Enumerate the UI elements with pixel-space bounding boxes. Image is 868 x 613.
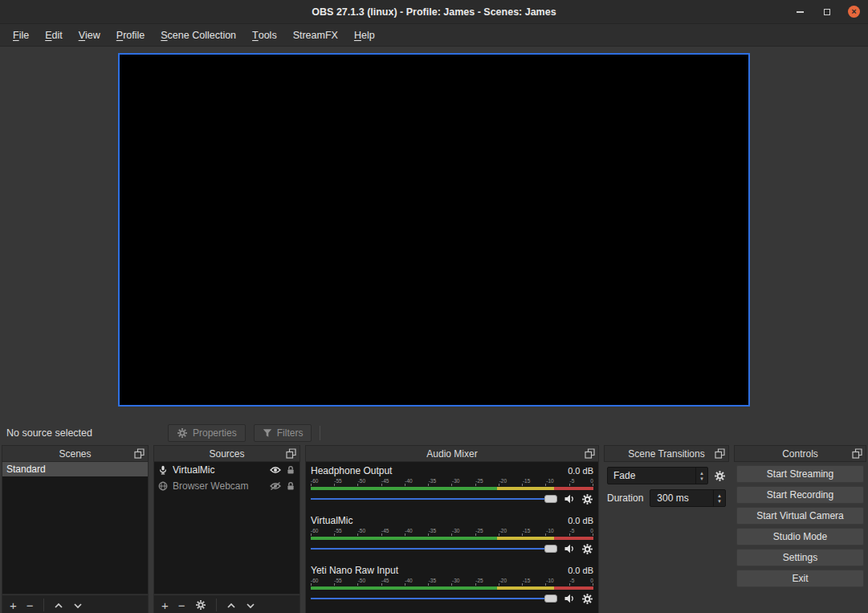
menu-streamfx[interactable]: StreamFX (285, 24, 346, 46)
properties-button[interactable]: Properties (168, 424, 246, 442)
channel-level: 0.0 dB (568, 516, 593, 525)
exit-button[interactable]: Exit (736, 570, 864, 587)
transition-properties-gear-icon[interactable] (714, 470, 726, 482)
popout-icon[interactable] (286, 448, 296, 459)
sources-dock-title: Sources (209, 448, 244, 460)
close-button[interactable]: × (848, 6, 860, 18)
db-tick-label: -5 (570, 578, 575, 583)
lock-icon[interactable] (286, 481, 295, 491)
transition-selected-value: Fade (613, 470, 695, 481)
menu-tools[interactable]: Tools (244, 24, 285, 46)
db-tick-label: -10 (546, 578, 553, 583)
scenes-dock-header: Scenes (2, 445, 149, 462)
menu-profile[interactable]: Profile (108, 24, 153, 46)
source-item-browser-webcam[interactable]: Browser Webcam (154, 478, 300, 494)
preview-canvas[interactable] (118, 53, 750, 407)
start-recording-button[interactable]: Start Recording (736, 486, 864, 504)
settings-button[interactable]: Settings (736, 549, 864, 566)
speaker-icon[interactable] (564, 493, 575, 505)
db-tick-label: -60 (311, 528, 318, 533)
scene-item-standard[interactable]: Standard (2, 462, 148, 476)
db-ruler (311, 533, 593, 536)
speaker-icon[interactable] (564, 543, 575, 554)
move-source-down-button[interactable] (246, 601, 255, 609)
popout-icon[interactable] (134, 448, 145, 459)
duration-spinbox[interactable]: 300 ms ▲ ▼ (650, 489, 726, 507)
slider-handle[interactable] (544, 495, 557, 503)
studio-mode-button[interactable]: Studio Mode (736, 528, 864, 546)
scene-transitions-dock-header: Scene Transitions (604, 445, 729, 462)
volume-slider[interactable] (311, 543, 557, 554)
mixer-channel-headphone-output: Headphone Output 0.0 dB -60-55-50-45-40-… (311, 465, 593, 505)
audio-mixer-dock-title: Audio Mixer (426, 448, 477, 460)
duration-label: Duration (607, 492, 643, 504)
db-tick-label: -25 (475, 578, 483, 583)
channel-gear-icon[interactable] (581, 543, 593, 555)
spin-up-icon: ▲ (717, 493, 722, 498)
move-source-up-button[interactable] (226, 601, 236, 609)
db-tick-label: -15 (523, 478, 530, 484)
sources-list: VirtualMic Browser Webcam (153, 462, 300, 595)
volume-slider[interactable] (311, 593, 557, 604)
popout-icon[interactable] (585, 448, 595, 459)
duration-value: 300 ms (657, 492, 713, 504)
visibility-eye-off-icon[interactable] (270, 482, 281, 490)
slider-track (311, 598, 557, 599)
popout-icon[interactable] (715, 448, 725, 459)
slider-handle[interactable] (544, 595, 557, 603)
menu-file[interactable]: File (5, 24, 37, 46)
visibility-eye-icon[interactable] (270, 466, 281, 474)
menubar: File Edit View Profile Scene Collection … (0, 24, 868, 47)
popout-icon[interactable] (852, 448, 862, 459)
db-tick-label: -10 (546, 478, 553, 484)
menu-edit[interactable]: Edit (37, 24, 71, 46)
start-virtual-camera-button[interactable]: Start Virtual Camera (736, 507, 864, 525)
menu-scene-collection[interactable]: Scene Collection (153, 24, 244, 46)
source-label: Browser Webcam (173, 480, 265, 492)
channel-gear-icon[interactable] (581, 593, 593, 605)
move-scene-down-button[interactable] (73, 601, 83, 609)
db-tick-label: -5 (570, 528, 575, 533)
volume-slider[interactable] (311, 493, 557, 505)
db-tick-label: -15 (523, 528, 530, 533)
filters-label: Filters (277, 427, 304, 439)
lock-icon[interactable] (286, 465, 295, 475)
channel-name: Headphone Output (311, 465, 568, 476)
maximize-button[interactable] (821, 6, 833, 18)
controls-dock-title: Controls (782, 448, 818, 460)
controls-body: Start Streaming Start Recording Start Vi… (734, 462, 866, 613)
toolbar-separator (43, 599, 44, 611)
window-title: OBS 27.1.3 (linux) - Profile: James - Sc… (0, 6, 868, 18)
transition-select-arrows[interactable]: ▲ ▼ (695, 468, 707, 484)
slider-handle[interactable] (544, 545, 557, 553)
add-source-button[interactable]: + (161, 599, 169, 611)
db-tick-label: 0 (590, 578, 593, 583)
properties-label: Properties (193, 427, 237, 439)
start-streaming-button[interactable]: Start Streaming (736, 465, 864, 483)
db-tick-label: -15 (523, 578, 530, 583)
source-label: VirtualMic (173, 464, 265, 476)
db-tick-label: -55 (334, 578, 341, 583)
db-tick-label: -50 (358, 578, 365, 583)
minimize-icon (797, 11, 804, 13)
remove-scene-button[interactable]: − (26, 599, 34, 611)
volume-meter (311, 586, 593, 590)
speaker-icon[interactable] (564, 593, 575, 604)
filters-button[interactable]: Filters (254, 424, 312, 442)
add-scene-button[interactable]: + (10, 599, 17, 611)
channel-gear-icon[interactable] (581, 493, 593, 505)
transition-select[interactable]: Fade ▲ ▼ (607, 467, 708, 484)
source-properties-gear-icon[interactable] (195, 599, 206, 611)
db-tick-label: -25 (475, 478, 483, 484)
source-item-virtualmic[interactable]: VirtualMic (154, 462, 300, 478)
channel-name: VirtualMic (311, 515, 568, 526)
audio-mixer-dock: Audio Mixer Headphone Output 0.0 dB -60-… (305, 445, 599, 613)
minimize-button[interactable] (793, 6, 806, 18)
maximize-icon (824, 9, 830, 15)
remove-source-button[interactable]: − (178, 599, 185, 611)
menu-help[interactable]: Help (346, 24, 383, 46)
db-tick-label: -40 (405, 578, 412, 583)
menu-view[interactable]: View (71, 24, 108, 46)
duration-spin-arrows[interactable]: ▲ ▼ (713, 490, 725, 506)
move-scene-up-button[interactable] (54, 601, 63, 609)
